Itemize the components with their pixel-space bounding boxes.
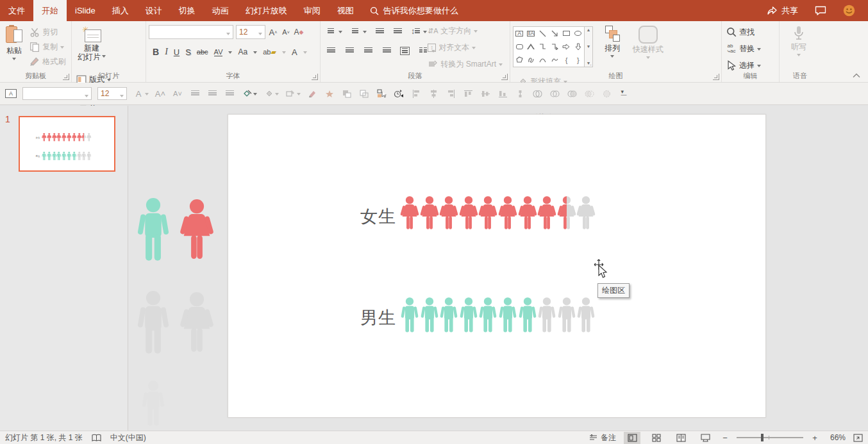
paste-button[interactable]: 粘贴 bbox=[3, 24, 26, 71]
qb-merge-combine-icon[interactable] bbox=[549, 88, 560, 99]
tab-animations[interactable]: 动画 bbox=[204, 0, 237, 21]
fit-to-window-icon[interactable] bbox=[853, 434, 863, 442]
person-icon-female[interactable] bbox=[459, 192, 478, 236]
decrease-font-icon[interactable]: A˅ bbox=[281, 27, 291, 37]
language-status[interactable]: 中文(中国) bbox=[110, 432, 146, 443]
person-icon-male[interactable] bbox=[42, 151, 47, 161]
person-icon-male[interactable] bbox=[62, 151, 67, 161]
quick-styles-button[interactable]: 快速样式 bbox=[630, 24, 667, 71]
qb-align-objects-top-icon[interactable] bbox=[462, 88, 474, 99]
person-icon-male[interactable] bbox=[439, 293, 458, 337]
shape-ellipse-icon[interactable] bbox=[572, 27, 584, 40]
person-icon-female[interactable] bbox=[557, 192, 576, 236]
qb-quick-style-icon[interactable] bbox=[324, 88, 335, 99]
qb-animation-timing-icon[interactable] bbox=[393, 88, 405, 99]
person-icon-male[interactable] bbox=[498, 293, 517, 337]
tab-design[interactable]: 设计 bbox=[137, 0, 171, 21]
font-color-caret[interactable] bbox=[303, 51, 307, 56]
char-spacing-caret[interactable] bbox=[228, 51, 232, 56]
arrange-button[interactable]: 排列 bbox=[597, 24, 627, 71]
arrange-dropdown-caret[interactable] bbox=[610, 55, 614, 60]
bullets-icon[interactable] bbox=[326, 26, 336, 37]
qb-distribute-horizontal-icon[interactable] bbox=[514, 88, 526, 99]
tab-insert[interactable]: 插入 bbox=[104, 0, 137, 21]
qb-align-objects-left-icon[interactable] bbox=[410, 88, 422, 99]
increase-font-icon[interactable]: A˄ bbox=[268, 27, 278, 37]
person-icon-male[interactable] bbox=[400, 293, 419, 337]
new-slide-button[interactable]: ✳ 新建幻灯片 bbox=[74, 24, 109, 71]
qb-align-objects-center-icon[interactable] bbox=[428, 88, 439, 99]
shape-scribble-icon[interactable] bbox=[525, 53, 537, 67]
person-icon-male[interactable] bbox=[52, 151, 57, 161]
font-dialog-launcher[interactable] bbox=[312, 74, 318, 80]
view-reading-button[interactable] bbox=[672, 432, 689, 444]
qb-send-backward-icon[interactable] bbox=[358, 88, 370, 99]
select-caret[interactable] bbox=[757, 65, 761, 69]
person-icon-male[interactable] bbox=[87, 151, 92, 161]
increase-indent-icon[interactable] bbox=[392, 26, 403, 37]
strikethrough-button[interactable]: abc bbox=[197, 48, 208, 56]
qb-merge-fragment-icon[interactable] bbox=[566, 88, 578, 99]
tab-view[interactable]: 视图 bbox=[329, 0, 362, 21]
person-icon-female[interactable] bbox=[478, 192, 497, 236]
tab-home[interactable]: 开始 bbox=[33, 0, 67, 21]
change-case-button[interactable]: Aa bbox=[238, 47, 247, 56]
offslide-female-figure-gray[interactable] bbox=[179, 288, 214, 360]
qb-align-objects-bottom-icon[interactable] bbox=[497, 88, 508, 99]
account-avatar-icon[interactable] bbox=[843, 4, 855, 17]
notes-button[interactable]: 备注 bbox=[589, 432, 616, 443]
highlight-caret[interactable] bbox=[282, 51, 286, 56]
justify-icon[interactable] bbox=[381, 45, 392, 56]
person-icon-female[interactable] bbox=[56, 133, 62, 142]
person-icon-female[interactable] bbox=[518, 192, 537, 236]
qb-align-left-icon[interactable] bbox=[189, 88, 201, 99]
shape-arc-icon[interactable] bbox=[537, 53, 549, 67]
format-painter-button[interactable]: 格式刷 bbox=[28, 54, 67, 69]
view-normal-button[interactable] bbox=[624, 432, 640, 444]
shape-curve-icon[interactable] bbox=[549, 53, 560, 67]
align-right-icon[interactable] bbox=[363, 45, 373, 56]
qb-selection-pane-icon[interactable] bbox=[376, 88, 387, 99]
qb-align-right-icon[interactable] bbox=[224, 88, 235, 99]
numbering-caret[interactable] bbox=[363, 31, 367, 35]
shape-rounded-rectangle-icon[interactable] bbox=[513, 40, 525, 54]
slide-canvas[interactable] bbox=[228, 114, 766, 418]
shape-left-brace-icon[interactable]: { bbox=[560, 53, 572, 67]
person-icon-female[interactable] bbox=[439, 192, 458, 236]
person-icon-male[interactable] bbox=[478, 293, 497, 337]
person-icon-male[interactable] bbox=[576, 293, 596, 337]
person-icon-male[interactable] bbox=[537, 293, 556, 337]
align-left-icon[interactable] bbox=[326, 45, 336, 56]
person-icon-female[interactable] bbox=[42, 133, 47, 142]
cut-button[interactable]: 剪切 bbox=[28, 25, 67, 39]
copy-dropdown-caret[interactable] bbox=[60, 46, 64, 51]
shape-right-arrow-icon[interactable] bbox=[560, 40, 572, 54]
person-icon-female[interactable] bbox=[52, 133, 57, 142]
bold-button[interactable]: B bbox=[153, 47, 159, 57]
person-icon-female[interactable] bbox=[498, 192, 517, 236]
shape-elbow-connector-icon[interactable] bbox=[537, 40, 549, 54]
qb-format-painter-icon[interactable] bbox=[306, 88, 318, 99]
person-icon-female[interactable] bbox=[400, 192, 419, 236]
qb-font-color-icon[interactable]: A bbox=[133, 88, 144, 99]
offslide-male-figure-teal[interactable] bbox=[136, 194, 171, 266]
distribute-text-icon[interactable] bbox=[400, 47, 410, 55]
female-pictograph-row[interactable] bbox=[400, 192, 596, 236]
person-icon-female[interactable] bbox=[67, 133, 72, 142]
qb-align-center-icon[interactable] bbox=[206, 88, 218, 99]
textbox-tool-icon[interactable]: A bbox=[5, 89, 17, 98]
dictate-caret[interactable] bbox=[797, 54, 801, 58]
zoom-slider[interactable] bbox=[737, 437, 803, 438]
qb-merge-subtract-icon[interactable] bbox=[601, 88, 612, 99]
find-button[interactable]: 查找 bbox=[724, 25, 763, 39]
person-icon-male[interactable] bbox=[81, 151, 87, 161]
text-direction-button[interactable]: ⇵A 文字方向 bbox=[426, 24, 505, 38]
tab-review[interactable]: 审阅 bbox=[296, 0, 329, 21]
qb-align-objects-right-icon[interactable] bbox=[445, 88, 456, 99]
view-slide-sorter-button[interactable] bbox=[648, 432, 665, 444]
dictate-button[interactable]: 听写 bbox=[782, 24, 815, 71]
shape-gallery[interactable]: A ‖A { } ▲▼▼̱ bbox=[513, 26, 593, 67]
font-size-combo[interactable]: 12 bbox=[236, 25, 265, 39]
shape-textbox-icon[interactable]: A bbox=[513, 27, 525, 40]
person-icon-female[interactable] bbox=[576, 192, 596, 236]
